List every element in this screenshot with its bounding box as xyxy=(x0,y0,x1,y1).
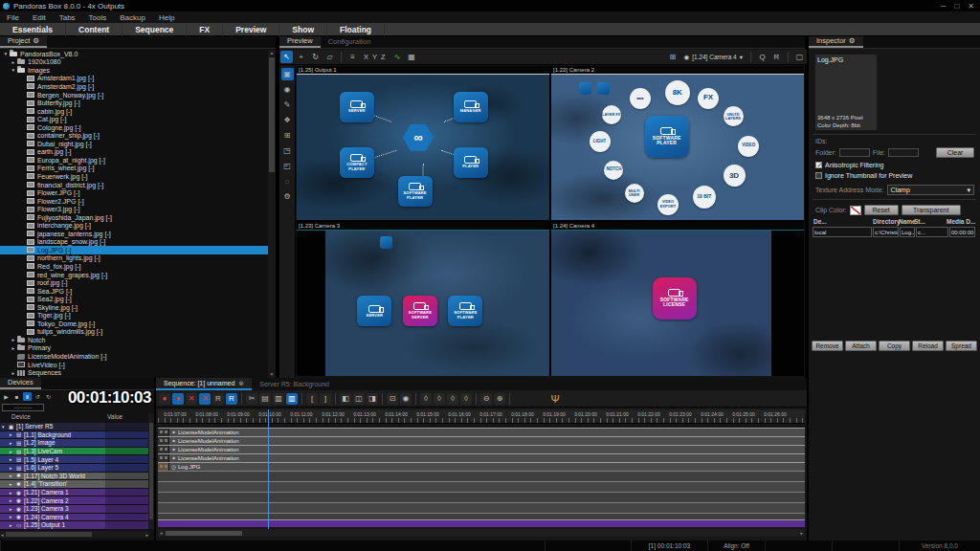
menu-item[interactable]: Tabs xyxy=(53,13,82,22)
device-expander-icon[interactable]: ▸ xyxy=(10,456,16,462)
device-expander-icon[interactable]: ▸ xyxy=(10,514,16,519)
tree-item[interactable]: Flower.JPG [-] xyxy=(0,188,268,197)
side-tool-icon[interactable]: ✎ xyxy=(281,99,294,111)
tree-item[interactable]: Fujiyoshida_Japan.jpg [-] xyxy=(0,213,268,222)
sequence-tool-icon[interactable]: ● xyxy=(172,393,184,405)
sequence-tool-icon[interactable]: ✕ xyxy=(186,393,197,405)
track-header[interactable] xyxy=(158,437,169,445)
sequence-tool-icon[interactable] xyxy=(241,393,242,405)
device-expander-icon[interactable]: ▸ xyxy=(10,431,16,437)
maximize-button[interactable]: □ xyxy=(954,2,959,11)
sequence-tool-icon[interactable]: ◉ xyxy=(400,393,412,405)
summary-track[interactable] xyxy=(158,519,805,527)
sequence-tool-icon[interactable] xyxy=(476,393,477,405)
timeline-track[interactable]: ✦ LicenseModelAnimation xyxy=(158,445,805,453)
tree-item[interactable]: Amsterdam1.jpg [-] xyxy=(0,75,268,83)
empty-track-row[interactable] xyxy=(158,492,805,502)
device-row[interactable]: ▸ ◉ [1.24] Camera 4 xyxy=(0,514,149,522)
tree-item[interactable]: ▸ Primary xyxy=(0,344,268,353)
scroll-down-icon[interactable]: ▼ xyxy=(268,371,276,378)
scroll-up-icon[interactable]: ▲ xyxy=(268,50,276,56)
reset-button[interactable]: Reset xyxy=(864,205,899,215)
timeline-track[interactable]: ◷ Log.JPG xyxy=(158,462,805,471)
column-header[interactable]: Name xyxy=(898,216,913,227)
tree-item[interactable]: ▾ Images xyxy=(0,66,268,75)
sequence-tool-icon[interactable]: ⊡ xyxy=(387,393,398,405)
tree-item[interactable]: Butterfly.jpg [-] xyxy=(0,99,268,107)
device-row[interactable]: ▸ ▤ [1.5] Layer 4 xyxy=(0,455,149,464)
scroll-thumb[interactable] xyxy=(149,423,153,519)
device-row[interactable]: ▸ ◉ [1.23] Camera 3 xyxy=(0,505,149,514)
inspector-action-button[interactable]: Reload xyxy=(912,341,944,351)
device-row[interactable]: ▸ ◉ [1.22] Camera 2 xyxy=(0,496,149,505)
anisotropic-filtering-checkbox[interactable] xyxy=(815,162,822,168)
device-expander-icon[interactable]: ▸ xyxy=(10,481,16,487)
timeline-track[interactable]: ✦ LicenseModelAnimation xyxy=(158,436,805,445)
viewport-camera-3[interactable]: [1.23] Camera 3 SERVER SOFTWARE SERVER xyxy=(297,222,549,376)
track-header[interactable] xyxy=(158,429,169,436)
tree-item[interactable]: tulips_windmills.jpg [-] xyxy=(0,328,268,337)
graph-icon[interactable]: ∿ xyxy=(390,51,403,63)
tree-item[interactable]: Sea2.jpg [-] xyxy=(0,295,268,303)
sequence-tool-icon[interactable] xyxy=(415,393,416,405)
sequence-tool-icon[interactable]: ● xyxy=(159,393,170,405)
sequence-tool-icon[interactable]: ✕ xyxy=(199,393,211,405)
empty-track-row[interactable] xyxy=(158,502,805,513)
device-row[interactable]: ▸ ▤ [1.2] Image xyxy=(0,439,149,448)
side-tool-icon[interactable]: ⚙ xyxy=(281,190,294,203)
sequence-tool-icon[interactable]: ◨ xyxy=(367,393,378,405)
tree-item[interactable]: japanese_lanterns.jpg [-] xyxy=(0,230,268,238)
tab-server-background[interactable]: Server R5: Background xyxy=(252,378,337,390)
tree-expander-icon[interactable]: ▸ xyxy=(10,345,17,351)
device-row[interactable]: ▸ ✱ [1.4] 'Transition' xyxy=(0,480,149,489)
tree-item[interactable]: Bergen_Norway.jpg [-] xyxy=(0,91,268,99)
devices-horizontal-scrollbar[interactable]: ◂ ▸ xyxy=(0,531,149,538)
timeline-track[interactable]: ✦ LicenseModelAnimation xyxy=(158,453,805,462)
inspector-action-button[interactable]: Spread xyxy=(946,341,977,351)
sequence-tool-icon[interactable]: ◊ xyxy=(460,393,472,405)
menu-item[interactable]: Help xyxy=(152,13,181,22)
transport-button[interactable]: ▶ xyxy=(2,392,11,401)
scroll-left-icon[interactable]: ◂ xyxy=(160,530,163,536)
side-tool-icon[interactable]: ◳ xyxy=(281,144,294,157)
menu-item[interactable]: Backup xyxy=(113,13,152,22)
tree-item[interactable]: landscape_snow.jpg [-] xyxy=(0,238,268,247)
sequence-tool-icon[interactable]: ▥ xyxy=(286,393,298,405)
move-tool-icon[interactable]: + xyxy=(295,51,307,63)
tree-item[interactable]: LicenseModelAnimation [-] xyxy=(0,352,268,361)
device-row[interactable]: ▸ ▤ [1.3] LiveCam xyxy=(0,448,149,456)
tree-item[interactable]: Flower3.jpg [-] xyxy=(0,205,268,213)
inspector-tab[interactable]: Inspector ⚙ xyxy=(809,36,863,48)
zoom-icon[interactable]: Q xyxy=(756,51,768,63)
device-expander-icon[interactable]: ▸ xyxy=(10,506,16,512)
sequence-tool-icon[interactable]: ▥ xyxy=(273,393,284,405)
tree-item[interactable]: interchange.jpg [-] xyxy=(0,221,268,230)
tree-item[interactable]: ▸ Sequences xyxy=(0,368,268,377)
device-expander-icon[interactable]: ▸ xyxy=(10,465,16,471)
empty-track-row[interactable] xyxy=(158,471,805,481)
media-table-row[interactable]: localc:\Christie\conte...Log.J...c...00:… xyxy=(813,227,977,237)
close-icon[interactable]: ⊗ xyxy=(238,380,244,387)
side-tool-icon[interactable]: ⊞ xyxy=(281,129,294,142)
value-column[interactable]: Value xyxy=(107,413,122,420)
tree-expander-icon[interactable]: ▸ xyxy=(10,370,17,376)
tab-configuration[interactable]: Configuration xyxy=(321,36,379,48)
tree-item[interactable]: container_ship.jpg [-] xyxy=(0,131,268,140)
tree-item[interactable]: northern_lights.jpg [-] xyxy=(0,254,268,263)
timeline-horizontal-scrollbar[interactable]: ◂ ▸ xyxy=(158,529,805,537)
tree-item[interactable]: Cologne.jpg [-] xyxy=(0,123,268,132)
sequence-tool-icon[interactable]: R xyxy=(226,393,237,405)
device-row[interactable]: ▸ ✱ [1.17] Notch 3D World xyxy=(0,473,149,481)
minimize-button[interactable]: ─ xyxy=(941,2,947,11)
tree-expander-icon[interactable]: ▾ xyxy=(2,51,10,56)
tree-item[interactable]: LiveVideo [-] xyxy=(0,361,268,369)
device-row[interactable]: ▸ ▤ [1.6] Layer 5 xyxy=(0,464,149,473)
gear-icon[interactable]: ⚙ xyxy=(33,35,39,47)
workspace-tab[interactable]: Floating xyxy=(327,23,385,36)
device-expander-icon[interactable]: ▸ xyxy=(10,497,16,503)
sequence-tool-icon[interactable]: Ψ xyxy=(549,393,561,405)
device-expander-icon[interactable]: ▸ xyxy=(10,440,16,446)
tree-expander-icon[interactable]: ▸ xyxy=(10,59,17,65)
menu-item[interactable]: Edit xyxy=(26,13,53,22)
device-expander-icon[interactable]: ▾ xyxy=(2,424,9,430)
